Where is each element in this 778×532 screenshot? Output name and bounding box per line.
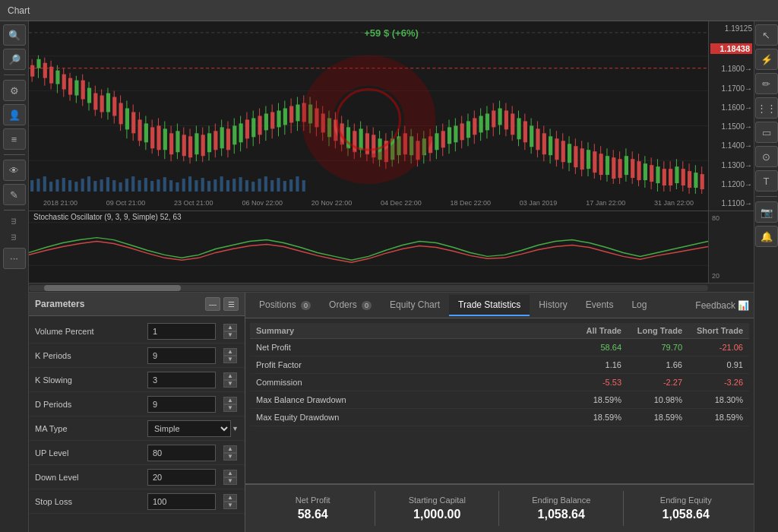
svg-rect-9 <box>55 179 59 192</box>
tab-events[interactable]: Events <box>577 295 623 316</box>
param-spinners-up-level: ▲ ▼ <box>223 445 239 461</box>
settings-btn[interactable]: ⚙ <box>3 80 26 101</box>
svg-rect-248 <box>656 166 659 183</box>
summary-ending-equity-label: Ending Equity <box>660 496 712 505</box>
tab-positions[interactable]: Positions 0 <box>250 295 320 316</box>
svg-rect-192 <box>479 116 483 132</box>
spin-up-up-level[interactable]: ▲ <box>223 445 237 453</box>
tab-orders[interactable]: Orders 0 <box>320 295 381 316</box>
feedback-btn[interactable]: Feedback 📊 <box>695 300 749 311</box>
stats-row-net-profit: Net Profit 58.64 79.70 -21.06 <box>250 339 749 356</box>
spin-down-up-level[interactable]: ▼ <box>223 453 237 461</box>
svg-rect-180 <box>441 131 445 147</box>
svg-rect-88 <box>150 127 154 148</box>
right-rect-btn[interactable]: ▭ <box>755 122 778 143</box>
chart-scrollbar[interactable] <box>29 283 754 293</box>
param-row-k-slowing: K Slowing ▲ ▼ <box>29 368 245 392</box>
spin-up-down-level[interactable]: ▲ <box>223 470 237 477</box>
right-camera-btn[interactable]: 📷 <box>755 201 778 223</box>
candlestick-canvas[interactable] <box>29 21 708 195</box>
svg-rect-26 <box>163 177 166 192</box>
spin-up-d-periods[interactable]: ▲ <box>223 397 237 404</box>
spin-down-stop-loss[interactable]: ▼ <box>223 502 237 509</box>
param-input-k-periods[interactable] <box>147 347 216 364</box>
param-input-d-periods[interactable] <box>147 396 216 413</box>
param-label-d-periods: D Periods <box>35 400 147 409</box>
stats-max-equity-dd-long: 18.59% <box>621 413 682 422</box>
svg-rect-94 <box>169 133 173 154</box>
layers-btn[interactable]: ≡ <box>3 128 26 150</box>
zoom-out-btn[interactable]: 🔎 <box>3 49 26 70</box>
toolbar-sep-3 <box>4 210 25 211</box>
time-1: 2018 21:00 <box>43 199 77 207</box>
svg-rect-21 <box>131 176 134 192</box>
spin-down-volume[interactable]: ▼ <box>223 331 237 339</box>
osc-price-20: 20 <box>712 272 751 280</box>
scrollbar-thumb[interactable] <box>44 285 181 291</box>
tab-equity-chart[interactable]: Equity Chart <box>381 295 449 316</box>
svg-rect-260 <box>694 173 697 188</box>
tabs-bar: Positions 0 Orders 0 Equity Chart Trade … <box>245 293 754 318</box>
svg-rect-132 <box>289 106 293 123</box>
spin-up-stop-loss[interactable]: ▲ <box>223 494 237 502</box>
svg-rect-43 <box>270 180 274 192</box>
tab-history[interactable]: History <box>530 295 576 316</box>
time-6: 04 Dec 22:00 <box>381 199 422 207</box>
param-stop-loss-container: ▲ ▼ <box>147 493 239 510</box>
stats-commission-short: -3.26 <box>682 378 743 387</box>
svg-rect-240 <box>631 159 634 178</box>
feedback-icon: 📊 <box>738 300 749 311</box>
spin-down-k-periods[interactable]: ▼ <box>223 356 237 363</box>
param-row-up-level: UP Level ▲ ▼ <box>29 441 245 465</box>
param-label-ma-type: MA Type <box>35 424 147 433</box>
svg-rect-202 <box>511 113 514 135</box>
stats-row-profit-factor: Profit Factor 1.16 1.66 0.91 <box>250 356 749 374</box>
summary-net-profit: Net Profit 58.64 <box>251 491 375 526</box>
right-cursor-btn[interactable]: ↖ <box>755 24 778 46</box>
param-input-k-slowing[interactable] <box>147 372 216 388</box>
more-btn[interactable]: ··· <box>3 248 26 269</box>
right-lightning-btn[interactable]: ⚡ <box>755 49 778 70</box>
spin-down-d-periods[interactable]: ▼ <box>223 404 237 412</box>
zoom-in-btn[interactable]: 🔍 <box>3 24 26 46</box>
spin-up-volume[interactable]: ▲ <box>223 324 237 331</box>
param-row-stop-loss: Stop Loss ▲ ▼ <box>29 489 245 514</box>
svg-rect-24 <box>150 181 153 192</box>
right-draw-btn[interactable]: ✏ <box>755 73 778 94</box>
svg-rect-96 <box>176 131 179 152</box>
right-grid-btn[interactable]: ⋮⋮ <box>755 97 778 119</box>
edit-btn[interactable]: ✎ <box>3 184 26 205</box>
param-input-up-level[interactable] <box>147 445 216 461</box>
stats-net-profit-short: -21.06 <box>682 343 743 352</box>
right-circle-btn[interactable]: ⊙ <box>755 146 778 167</box>
panel-menu-btn[interactable]: ☰ <box>223 297 239 311</box>
svg-rect-15 <box>93 181 96 192</box>
right-bell-btn[interactable]: 🔔 <box>755 226 778 247</box>
svg-rect-106 <box>207 133 211 152</box>
param-input-volume[interactable] <box>147 323 216 340</box>
svg-rect-18 <box>112 180 115 192</box>
summary-starting-capital-value: 1,000.00 <box>413 508 460 521</box>
right-text-btn[interactable]: T <box>755 170 778 192</box>
panel-minimize-btn[interactable]: — <box>205 297 220 311</box>
feedback-label: Feedback <box>695 300 735 311</box>
spin-down-k-slowing[interactable]: ▼ <box>223 380 237 388</box>
svg-rect-52 <box>36 59 40 68</box>
profile-btn[interactable]: 👤 <box>3 104 26 125</box>
svg-rect-58 <box>55 71 59 84</box>
param-k-periods-container: ▲ ▼ <box>147 347 239 364</box>
tab-log[interactable]: Log <box>622 295 656 316</box>
eye-btn[interactable]: 👁 <box>3 160 26 181</box>
param-input-down-level[interactable] <box>147 469 216 486</box>
param-input-stop-loss[interactable] <box>147 493 216 510</box>
title-label: Chart <box>8 5 30 16</box>
select-arrow-icon: ▼ <box>232 425 239 432</box>
svg-rect-14 <box>87 176 90 192</box>
spin-up-k-periods[interactable]: ▲ <box>223 348 237 356</box>
svg-rect-41 <box>258 179 261 192</box>
tab-trade-statistics[interactable]: Trade Statistics <box>449 295 530 316</box>
spin-down-down-level[interactable]: ▼ <box>223 477 237 485</box>
param-select-ma-type[interactable]: Simple Exponential Weighted <box>147 420 231 437</box>
svg-rect-204 <box>517 118 520 139</box>
spin-up-k-slowing[interactable]: ▲ <box>223 372 237 380</box>
